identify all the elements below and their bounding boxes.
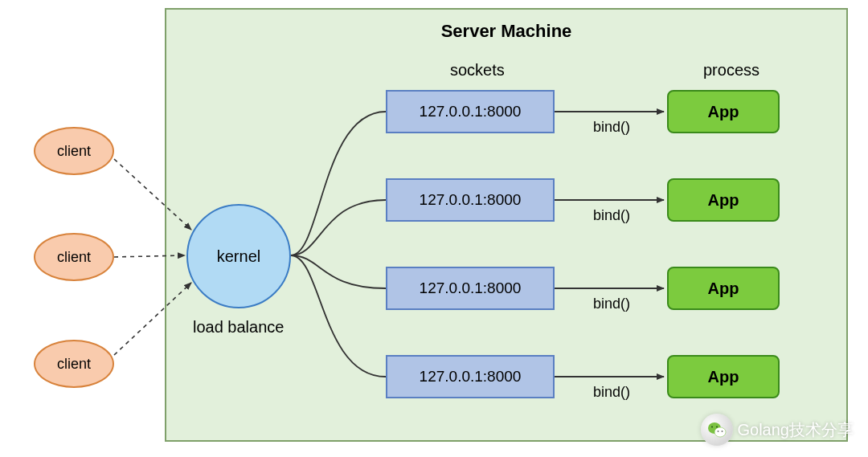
kernel-node: kernel bbox=[186, 204, 291, 308]
socket-box: 127.0.0.1:8000 bbox=[386, 90, 555, 133]
bind-label: bind() bbox=[593, 384, 630, 401]
svg-point-10 bbox=[715, 426, 717, 427]
client-node: client bbox=[34, 127, 114, 175]
app-label: App bbox=[708, 103, 739, 121]
socket-box: 127.0.0.1:8000 bbox=[386, 178, 555, 222]
sockets-column-label: sockets bbox=[450, 61, 505, 80]
socket-label: 127.0.0.1:8000 bbox=[420, 280, 522, 297]
socket-label: 127.0.0.1:8000 bbox=[420, 103, 522, 120]
svg-point-12 bbox=[721, 430, 723, 432]
bind-label: bind() bbox=[593, 119, 630, 136]
socket-label: 127.0.0.1:8000 bbox=[420, 368, 522, 386]
app-label: App bbox=[708, 191, 739, 210]
socket-box: 127.0.0.1:8000 bbox=[386, 355, 555, 398]
app-box: App bbox=[667, 178, 780, 222]
server-title: Server Machine bbox=[166, 21, 846, 42]
watermark-text: Golang技术分享 bbox=[738, 419, 854, 441]
client-label: client bbox=[57, 356, 91, 373]
app-label: App bbox=[708, 368, 739, 386]
load-balance-label: load balance bbox=[193, 318, 284, 337]
bind-label: bind() bbox=[593, 296, 630, 312]
watermark: Golang技术分享 bbox=[701, 414, 854, 446]
svg-point-9 bbox=[710, 426, 712, 427]
process-column-label: process bbox=[703, 61, 760, 80]
app-box: App bbox=[667, 355, 780, 398]
app-box: App bbox=[667, 90, 780, 133]
wechat-icon bbox=[701, 414, 733, 446]
socket-label: 127.0.0.1:8000 bbox=[420, 191, 522, 209]
client-label: client bbox=[57, 249, 91, 266]
app-box: App bbox=[667, 267, 780, 310]
socket-box: 127.0.0.1:8000 bbox=[386, 267, 555, 310]
svg-point-8 bbox=[714, 427, 726, 437]
client-node: client bbox=[34, 340, 114, 388]
client-label: client bbox=[57, 143, 91, 160]
kernel-label: kernel bbox=[217, 247, 260, 266]
bind-label: bind() bbox=[593, 207, 630, 224]
svg-point-11 bbox=[717, 430, 719, 432]
client-node: client bbox=[34, 233, 114, 281]
app-label: App bbox=[708, 280, 739, 298]
